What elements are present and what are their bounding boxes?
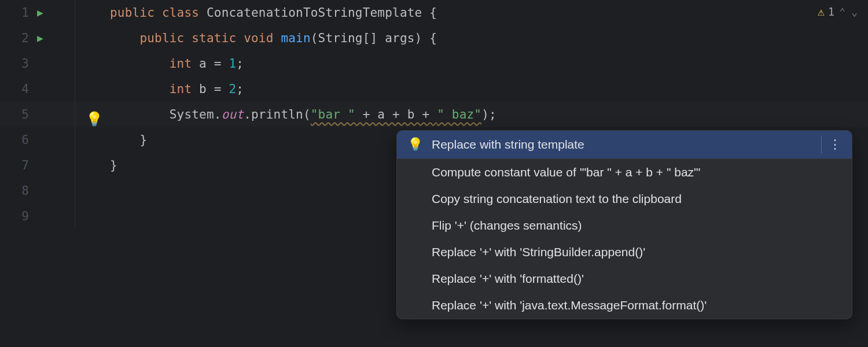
- margin: [75, 204, 110, 229]
- intention-item-formatted[interactable]: Replace '+' with 'formatted()': [397, 265, 852, 292]
- chevron-down-icon[interactable]: ⌄: [850, 6, 859, 18]
- intention-label: Copy string concatenation text to the cl…: [432, 192, 841, 206]
- intention-item-flip-plus[interactable]: Flip '+' (changes semantics): [397, 212, 852, 239]
- line-number: 7: [0, 153, 34, 178]
- line-number: 5: [0, 102, 34, 127]
- intention-item-copy-concat[interactable]: Copy string concatenation text to the cl…: [397, 186, 852, 212]
- code-text[interactable]: public class ConcatenationToStringTempla…: [110, 0, 437, 25]
- intention-item-replace-string-template[interactable]: 💡 Replace with string template ⋮: [397, 131, 852, 158]
- line-number: 3: [0, 51, 34, 76]
- warning-count: 1: [828, 5, 834, 18]
- chevron-up-icon[interactable]: ⌃: [838, 6, 847, 18]
- code-text[interactable]: }: [110, 127, 147, 153]
- gutter: 7: [0, 153, 75, 178]
- intention-label: Compute constant value of '"bar " + a + …: [432, 165, 841, 179]
- code-line[interactable]: 5 💡 System.out.println("bar " + a + b + …: [0, 102, 868, 127]
- intention-label: Replace '+' with 'StringBuilder.append()…: [432, 245, 841, 259]
- code-text[interactable]: public static void main(String[] args) {: [110, 25, 437, 51]
- gutter: 3: [0, 51, 75, 76]
- inspection-indicator[interactable]: ⚠ 1 ⌃ ⌄: [818, 5, 859, 19]
- intention-item-compute-constant[interactable]: Compute constant value of '"bar " + a + …: [397, 159, 852, 186]
- more-icon[interactable]: ⋮: [818, 137, 841, 152]
- gutter: 4: [0, 76, 75, 102]
- code-line[interactable]: 4 int b = 2;: [0, 76, 868, 102]
- line-number: 4: [0, 76, 34, 102]
- line-number: 1: [0, 0, 34, 25]
- intention-popup: 💡 Replace with string template ⋮ Compute…: [396, 130, 852, 319]
- margin: 💡: [75, 102, 110, 127]
- intention-item-stringbuilder[interactable]: Replace '+' with 'StringBuilder.append()…: [397, 239, 852, 265]
- warning-icon: ⚠: [818, 5, 825, 19]
- margin: [75, 25, 110, 51]
- intention-label: Replace '+' with 'java.text.MessageForma…: [432, 298, 841, 312]
- margin: [75, 153, 110, 178]
- line-number: 8: [0, 178, 34, 204]
- code-text[interactable]: }: [110, 153, 117, 178]
- intention-label: Replace with string template: [432, 138, 809, 152]
- gutter: 6: [0, 127, 75, 153]
- run-icon[interactable]: ▶: [37, 25, 43, 51]
- gutter: 9: [0, 204, 75, 229]
- bulb-icon: 💡: [407, 137, 422, 152]
- margin: [75, 51, 110, 76]
- gutter: 1 ▶: [0, 0, 75, 25]
- line-number: 6: [0, 127, 34, 153]
- code-line[interactable]: 3 int a = 1;: [0, 51, 868, 76]
- line-number: 9: [0, 204, 34, 229]
- code-line[interactable]: 2 ▶ public static void main(String[] arg…: [0, 25, 868, 51]
- gutter: 2 ▶: [0, 25, 75, 51]
- code-text[interactable]: int a = 1;: [110, 51, 244, 76]
- gutter: 8: [0, 178, 75, 204]
- intention-label: Flip '+' (changes semantics): [432, 219, 841, 232]
- gutter: 5: [0, 102, 75, 127]
- code-text[interactable]: int b = 2;: [110, 76, 244, 102]
- intention-item-messageformat[interactable]: Replace '+' with 'java.text.MessageForma…: [397, 292, 852, 319]
- run-icon[interactable]: ▶: [37, 0, 43, 25]
- code-line[interactable]: 1 ▶ public class ConcatenationToStringTe…: [0, 0, 868, 25]
- margin: [75, 127, 110, 153]
- line-number: 2: [0, 25, 34, 51]
- margin: [75, 76, 110, 102]
- code-text[interactable]: System.out.println("bar " + a + b + " ba…: [110, 102, 496, 127]
- margin: [75, 178, 110, 204]
- intention-label: Replace '+' with 'formatted()': [432, 272, 841, 286]
- margin: [75, 0, 110, 25]
